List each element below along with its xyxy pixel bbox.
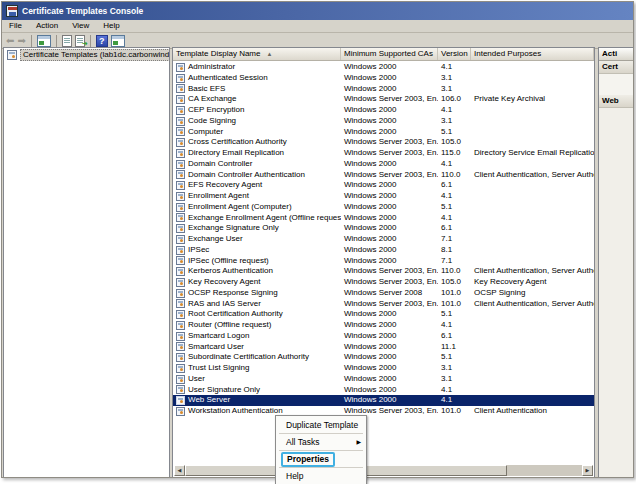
column-header-minimum-supported-cas[interactable]: Minimum Supported CAs bbox=[341, 48, 438, 60]
menu-action[interactable]: Action bbox=[29, 20, 65, 32]
template-name-cell: Smartcard Logon bbox=[173, 331, 341, 342]
minimum-supported-ca-cell: Windows 2000 bbox=[341, 395, 438, 406]
minimum-supported-ca-cell: Windows 2000 bbox=[341, 309, 438, 320]
template-name-cell: Authenticated Session bbox=[173, 73, 341, 84]
context-menu-item-all-tasks[interactable]: All Tasks ▶ bbox=[276, 435, 366, 449]
minimum-supported-ca-cell: Windows 2000 bbox=[341, 191, 438, 202]
table-row[interactable]: Authenticated SessionWindows 20003.1 bbox=[173, 73, 594, 84]
certificate-template-icon bbox=[176, 364, 185, 373]
horizontal-scrollbar[interactable]: ◀ ▶ bbox=[174, 465, 593, 476]
minimum-supported-ca-cell: Windows 2000 bbox=[341, 234, 438, 245]
version-cell: 11.1 bbox=[438, 342, 471, 353]
table-row[interactable]: Kerberos AuthenticationWindows Server 20… bbox=[173, 266, 594, 277]
table-row[interactable]: Trust List SigningWindows 20003.1 bbox=[173, 363, 594, 374]
template-name-cell: Enrollment Agent bbox=[173, 191, 341, 202]
table-row[interactable]: Enrollment AgentWindows 20004.1 bbox=[173, 191, 594, 202]
table-row[interactable]: User Signature OnlyWindows 20004.1 bbox=[173, 385, 594, 396]
table-row[interactable]: IPSec (Offline request)Windows 20007.1 bbox=[173, 256, 594, 267]
table-row[interactable]: Smartcard LogonWindows 20006.1 bbox=[173, 331, 594, 342]
table-row[interactable]: Router (Offline request)Windows 20004.1 bbox=[173, 320, 594, 331]
context-menu-item-duplicate-template[interactable]: Duplicate Template bbox=[276, 418, 366, 432]
help-icon[interactable]: ? bbox=[96, 35, 108, 47]
table-row[interactable]: Workstation AuthenticationWindows Server… bbox=[173, 406, 594, 417]
template-list-pane: Template Display Name▲ Minimum Supported… bbox=[172, 47, 595, 478]
scroll-left-button[interactable]: ◀ bbox=[174, 465, 185, 476]
template-name-cell: Key Recovery Agent bbox=[173, 277, 341, 288]
table-row[interactable]: IPSecWindows 20008.1 bbox=[173, 245, 594, 256]
version-cell: 101.0 bbox=[438, 299, 471, 310]
minimum-supported-ca-cell: Windows Server 2003, En... bbox=[341, 137, 438, 148]
scroll-right-button[interactable]: ▶ bbox=[582, 465, 593, 476]
actions-pane: Acti Cert Web bbox=[598, 47, 634, 478]
table-row[interactable]: Key Recovery AgentWindows Server 2003, E… bbox=[173, 277, 594, 288]
table-row[interactable]: CA ExchangeWindows Server 2003, En...106… bbox=[173, 94, 594, 105]
tree-item-certificate-templates[interactable]: Certificate Templates (lab1dc.carbonwind… bbox=[6, 49, 169, 61]
table-row[interactable]: RAS and IAS ServerWindows Server 2003, E… bbox=[173, 299, 594, 310]
export-list-icon[interactable] bbox=[75, 35, 85, 47]
intended-purposes-cell: Client Authentication, Server Authentica… bbox=[471, 170, 594, 181]
version-cell: 6.1 bbox=[438, 331, 471, 342]
table-row[interactable]: Cross Certification AuthorityWindows Ser… bbox=[173, 137, 594, 148]
table-row[interactable]: Code SigningWindows 20003.1 bbox=[173, 116, 594, 127]
certificate-template-icon bbox=[176, 95, 185, 104]
context-menu-item-help[interactable]: Help bbox=[276, 469, 366, 483]
version-cell: 115.0 bbox=[438, 148, 471, 159]
table-row[interactable]: Subordinate Certification AuthorityWindo… bbox=[173, 352, 594, 363]
version-cell: 8.1 bbox=[438, 245, 471, 256]
column-header-version[interactable]: Version bbox=[438, 48, 471, 60]
table-row[interactable]: Enrollment Agent (Computer)Windows 20005… bbox=[173, 202, 594, 213]
certificate-template-icon bbox=[176, 181, 185, 190]
table-row[interactable]: Web ServerWindows 20004.1 bbox=[173, 395, 594, 406]
template-name-cell: EFS Recovery Agent bbox=[173, 180, 341, 191]
intended-purposes-cell: Directory Service Email Replication bbox=[471, 148, 594, 159]
forward-icon[interactable]: ➡ bbox=[17, 35, 25, 47]
table-row[interactable]: Domain ControllerWindows 20004.1 bbox=[173, 159, 594, 170]
table-row[interactable]: Domain Controller AuthenticationWindows … bbox=[173, 170, 594, 181]
tree-item-label: Certificate Templates (lab1dc.carbonwind… bbox=[20, 49, 170, 61]
menu-view[interactable]: View bbox=[65, 20, 96, 32]
table-row[interactable]: Smartcard UserWindows 200011.1 bbox=[173, 342, 594, 353]
template-name: CEP Encryption bbox=[188, 105, 244, 116]
menu-file[interactable]: File bbox=[2, 20, 29, 32]
column-label: Minimum Supported CAs bbox=[344, 49, 433, 58]
show-console-tree-icon[interactable] bbox=[37, 35, 51, 47]
certificate-template-icon bbox=[176, 63, 185, 72]
version-cell: 3.1 bbox=[438, 73, 471, 84]
certificate-template-icon bbox=[176, 138, 185, 147]
back-icon[interactable]: ⬅ bbox=[6, 35, 14, 47]
table-row[interactable]: Exchange Signature OnlyWindows 20006.1 bbox=[173, 223, 594, 234]
version-cell: 7.1 bbox=[438, 256, 471, 267]
version-cell: 5.1 bbox=[438, 309, 471, 320]
column-header-intended-purposes[interactable]: Intended Purposes bbox=[471, 48, 594, 60]
version-cell: 5.1 bbox=[438, 202, 471, 213]
table-row[interactable]: EFS Recovery AgentWindows 20006.1 bbox=[173, 180, 594, 191]
scrollbar-track[interactable] bbox=[185, 465, 582, 476]
template-name-cell: User bbox=[173, 374, 341, 385]
actions-section-certificate-templates[interactable]: Cert bbox=[599, 61, 634, 74]
table-row[interactable]: Exchange Enrollment Agent (Offline reque… bbox=[173, 213, 594, 224]
new-window-icon[interactable] bbox=[111, 35, 125, 47]
template-name: Web Server bbox=[188, 395, 230, 406]
column-header-template-display-name[interactable]: Template Display Name▲ bbox=[173, 48, 341, 60]
table-row[interactable]: AdministratorWindows 20004.1 bbox=[173, 62, 594, 73]
table-row[interactable]: ComputerWindows 20005.1 bbox=[173, 127, 594, 138]
version-cell: 3.1 bbox=[438, 363, 471, 374]
menu-help[interactable]: Help bbox=[96, 20, 126, 32]
table-row[interactable]: OCSP Response SigningWindows Server 2008… bbox=[173, 288, 594, 299]
table-row[interactable]: CEP EncryptionWindows 20004.1 bbox=[173, 105, 594, 116]
template-name-cell: Web Server bbox=[173, 395, 341, 406]
certificate-template-icon bbox=[176, 246, 185, 255]
table-row[interactable]: Root Certification AuthorityWindows 2000… bbox=[173, 309, 594, 320]
context-menu-item-properties[interactable]: Properties bbox=[276, 452, 366, 466]
properties-icon[interactable] bbox=[62, 35, 72, 47]
table-row[interactable]: Directory Email ReplicationWindows Serve… bbox=[173, 148, 594, 159]
certificate-template-icon bbox=[176, 321, 185, 330]
table-row[interactable]: Exchange UserWindows 20007.1 bbox=[173, 234, 594, 245]
table-row[interactable]: Basic EFSWindows 20003.1 bbox=[173, 84, 594, 95]
title-bar[interactable]: Certificate Templates Console bbox=[2, 2, 633, 20]
version-cell: 4.1 bbox=[438, 191, 471, 202]
certificate-template-icon bbox=[176, 170, 185, 179]
table-row[interactable]: UserWindows 20003.1 bbox=[173, 374, 594, 385]
template-name: Exchange User bbox=[188, 234, 243, 245]
actions-section-web-server[interactable]: Web bbox=[599, 95, 634, 108]
